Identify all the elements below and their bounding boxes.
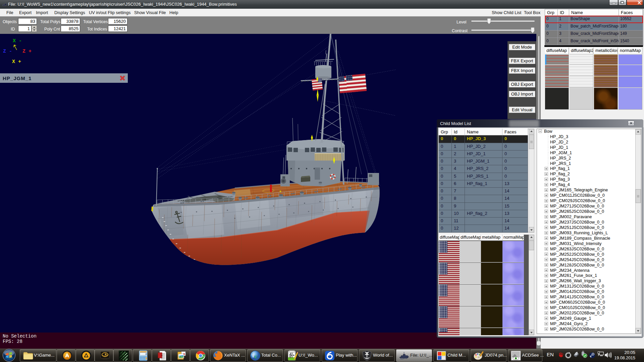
svg-text:C: C — [255, 354, 258, 359]
svg-text:+: + — [18, 59, 21, 65]
svg-text:X: X — [12, 59, 15, 65]
svg-text:MP_JM271JSC026Bow_0_0: MP_JM271JSC026Bow_0_0 — [550, 204, 604, 208]
svg-text:MP_JM128JSC026Bow_0_0: MP_JM128JSC026Bow_0_0 — [550, 263, 604, 267]
svg-text:HP_JGM_1: HP_JGM_1 — [550, 150, 572, 155]
svg-text:MP_JM002_Paravane: MP_JM002_Paravane — [550, 215, 592, 219]
svg-text:MP_JM263JSC026Bow_0_0: MP_JM263JSC026Bow_0_0 — [550, 247, 604, 251]
svg-text:+: + — [29, 49, 32, 54]
svg-text:MP_JM251JSC026Bow_0_0: MP_JM251JSC026Bow_0_0 — [550, 225, 604, 230]
svg-text:HP_JD_1: HP_JD_1 — [550, 145, 568, 150]
svg-text:MP_CM010JSC026Bow_0_0: MP_CM010JSC026Bow_0_0 — [550, 305, 605, 310]
svg-text:MP_JM141JSC026Bow_0_0: MP_JM141JSC026Bow_0_0 — [550, 295, 604, 299]
svg-text:HP_JRS_1: HP_JRS_1 — [550, 161, 571, 166]
svg-text:MP_JM093_Running_Lights_L: MP_JM093_Running_Lights_L — [550, 231, 608, 235]
svg-text:X: X — [13, 38, 16, 44]
svg-text:0: 0 — [145, 353, 147, 356]
svg-text:MP_CM060JSC026Bow_0_0: MP_CM060JSC026Bow_0_0 — [550, 300, 605, 305]
svg-text:MP_JM131JSC026Bow_0_0: MP_JM131JSC026Bow_0_0 — [550, 284, 604, 289]
svg-text:-: - — [19, 38, 22, 44]
svg-text:T: T — [252, 353, 255, 358]
svg-text:MP_JM249_Gauge_1: MP_JM249_Gauge_1 — [550, 316, 591, 321]
svg-text:MP_JM266_Wall_trigger_3: MP_JM266_Wall_trigger_3 — [550, 279, 601, 283]
svg-text:MP_JM028JSC026Bow_0_0: MP_JM028JSC026Bow_0_0 — [550, 327, 604, 331]
svg-text:MP_JM252JSC026Bow_0_0: MP_JM252JSC026Bow_0_0 — [550, 252, 604, 257]
svg-text:HP_flag_4: HP_flag_4 — [550, 182, 570, 187]
svg-text:MP_JM189_Compass_Binnacle: MP_JM189_Compass_Binnacle — [550, 236, 610, 241]
svg-text:MP_JM244_Gyro_2: MP_JM244_Gyro_2 — [550, 321, 588, 326]
svg-text:MP_JM254JSC026Bow_0_0: MP_JM254JSC026Bow_0_0 — [550, 257, 604, 262]
svg-text:HP_JRS_2: HP_JRS_2 — [550, 156, 571, 161]
svg-text:MP_CM029JSC026Bow_0_0: MP_CM029JSC026Bow_0_0 — [550, 198, 605, 203]
svg-text:MP_JM031_Wind_Intensity: MP_JM031_Wind_Intensity — [550, 241, 602, 246]
svg-text:HP_flag_2: HP_flag_2 — [550, 172, 570, 176]
svg-text:HP_JD_2: HP_JD_2 — [550, 140, 568, 144]
svg-text:-: - — [9, 49, 12, 54]
svg-text:Z: Z — [22, 49, 25, 54]
svg-text:MP_JM265JSC026Bow_0_0: MP_JM265JSC026Bow_0_0 — [550, 209, 604, 214]
svg-text:MP_JM014JSC026Bow_0_0: MP_JM014JSC026Bow_0_0 — [550, 289, 604, 294]
svg-text:HP_JD_3: HP_JD_3 — [550, 134, 568, 139]
svg-text:MP_JM237JSC026Bow_0_0: MP_JM237JSC026Bow_0_0 — [550, 220, 604, 225]
svg-text:Z: Z — [3, 49, 6, 54]
svg-text:HP_flag_3: HP_flag_3 — [550, 177, 570, 182]
svg-text:MP_JM202JSC026Bow_0_0: MP_JM202JSC026Bow_0_0 — [550, 311, 604, 315]
svg-text:HP_flag_1: HP_flag_1 — [550, 166, 570, 171]
svg-text:MP_CM011JSC026Bow_0_0: MP_CM011JSC026Bow_0_0 — [550, 193, 605, 198]
svg-text:MP_JM261_Fuse_box_1: MP_JM261_Fuse_box_1 — [550, 273, 597, 278]
svg-text:MP_JM165_Telegraph_Engine: MP_JM165_Telegraph_Engine — [550, 188, 608, 192]
svg-text:Bow: Bow — [544, 129, 552, 134]
svg-text:MP_JM234_Antenna: MP_JM234_Antenna — [550, 268, 590, 273]
